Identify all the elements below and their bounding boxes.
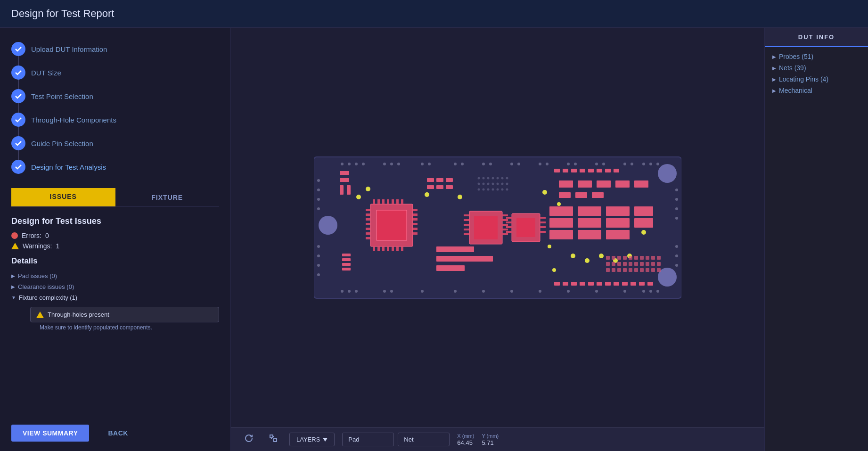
svg-point-126 xyxy=(641,230,646,235)
svg-rect-195 xyxy=(640,256,644,260)
svg-point-177 xyxy=(487,183,490,185)
svg-point-12 xyxy=(428,163,431,165)
sidebar: Upload DUT Information DUT Size Test Poi… xyxy=(0,28,231,451)
tab-fixture[interactable]: FIXTURE xyxy=(115,188,220,206)
svg-point-52 xyxy=(317,264,320,267)
layers-button[interactable]: LAYERS xyxy=(289,433,335,446)
back-button[interactable]: BACK xyxy=(97,425,139,442)
dut-tree-nets[interactable]: ▶ Nets (39) xyxy=(772,64,860,72)
svg-rect-221 xyxy=(549,230,573,239)
svg-point-57 xyxy=(675,217,678,220)
steps-list: Upload DUT Information DUT Size Test Poi… xyxy=(11,37,219,179)
svg-rect-80 xyxy=(413,223,418,225)
svg-rect-159 xyxy=(342,258,351,261)
tree-clearance-issues[interactable]: ▶ Clearance issues (0) xyxy=(11,281,219,292)
dut-tree-probes[interactable]: ▶ Probes (51) xyxy=(772,53,860,60)
view-summary-button[interactable]: VIEW SUMMARY xyxy=(11,425,89,442)
svg-rect-160 xyxy=(342,263,351,266)
svg-point-175 xyxy=(478,183,480,185)
svg-rect-78 xyxy=(413,213,418,216)
svg-rect-155 xyxy=(436,246,474,252)
svg-rect-228 xyxy=(634,206,653,216)
svg-rect-161 xyxy=(342,268,351,271)
step-label-dut-size: DUT Size xyxy=(31,69,61,77)
step-circle-through-hole xyxy=(11,113,25,127)
svg-rect-144 xyxy=(631,282,636,286)
svg-point-27 xyxy=(642,163,645,165)
step-dut-size[interactable]: DUT Size xyxy=(11,61,219,84)
svg-rect-151 xyxy=(634,180,648,188)
svg-point-185 xyxy=(492,189,494,191)
svg-point-169 xyxy=(483,177,485,180)
svg-rect-140 xyxy=(597,282,602,286)
svg-rect-67 xyxy=(366,228,370,230)
svg-rect-207 xyxy=(651,262,655,266)
svg-point-170 xyxy=(487,177,490,180)
svg-rect-210 xyxy=(612,268,615,272)
svg-rect-229 xyxy=(634,218,653,228)
svg-rect-219 xyxy=(549,206,573,216)
svg-rect-112 xyxy=(340,171,349,175)
fixture-warning-text: Through-holes present xyxy=(48,311,109,318)
svg-point-38 xyxy=(510,290,513,293)
tabs-row: ISSUES FIXTURE xyxy=(11,188,219,207)
svg-rect-74 xyxy=(392,199,394,204)
step-upload-dut[interactable]: Upload DUT Information xyxy=(11,37,219,61)
svg-rect-129 xyxy=(571,169,577,172)
reset-view-button[interactable] xyxy=(240,432,257,447)
errors-label: Errors: xyxy=(22,232,41,239)
tree-fixture-complexity[interactable]: ▼ Fixture complexity (1) xyxy=(11,292,219,303)
tab-issues[interactable]: ISSUES xyxy=(11,188,115,206)
svg-point-5 xyxy=(348,163,351,165)
svg-point-232 xyxy=(552,268,556,272)
svg-point-231 xyxy=(548,245,551,248)
page-header: Design for Test Report xyxy=(0,0,868,28)
step-through-hole[interactable]: Through-Hole Components xyxy=(11,108,219,131)
svg-rect-95 xyxy=(464,229,469,230)
net-value: Net xyxy=(404,436,413,443)
dut-tree-locating-pins[interactable]: ▶ Locating Pins (4) xyxy=(772,75,860,83)
svg-rect-218 xyxy=(657,268,661,272)
svg-rect-97 xyxy=(502,214,508,216)
svg-point-15 xyxy=(482,163,485,165)
svg-rect-202 xyxy=(623,262,627,266)
bottom-toolbar: LAYERS Pad Net X (mm) 64.45 Y (mm) 5.71 xyxy=(231,427,764,451)
svg-rect-234 xyxy=(274,439,277,442)
svg-point-13 xyxy=(454,163,457,165)
dut-label-mechanical: Mechanical xyxy=(779,87,812,94)
svg-rect-106 xyxy=(506,226,512,228)
svg-rect-204 xyxy=(634,262,638,266)
step-circle-dft-analysis xyxy=(11,160,25,174)
step-guide-pin[interactable]: Guide Pin Selection xyxy=(11,131,219,155)
canvas-area: LAYERS Pad Net X (mm) 64.45 Y (mm) 5.71 xyxy=(231,28,764,451)
step-label-upload: Upload DUT Information xyxy=(31,45,107,53)
svg-point-50 xyxy=(317,245,320,248)
svg-rect-94 xyxy=(464,224,469,226)
svg-rect-62 xyxy=(377,210,407,240)
pcb-viewport[interactable] xyxy=(231,28,764,427)
svg-point-116 xyxy=(356,195,361,199)
fixture-warning-icon xyxy=(36,312,44,318)
svg-point-1 xyxy=(319,216,337,235)
y-value: 5.71 xyxy=(482,439,499,446)
svg-rect-77 xyxy=(413,209,418,211)
svg-rect-143 xyxy=(622,282,628,286)
svg-rect-196 xyxy=(646,256,649,260)
tree-pad-issues[interactable]: ▶ Pad issues (0) xyxy=(11,271,219,281)
svg-point-49 xyxy=(317,207,320,210)
pad-field: Pad xyxy=(342,433,394,446)
warnings-label: Warnings: xyxy=(23,242,52,250)
fit-view-button[interactable] xyxy=(265,432,282,447)
step-dft-analysis[interactable]: Design for Test Analysis xyxy=(11,155,219,179)
svg-point-179 xyxy=(497,183,499,185)
dut-tree-mechanical[interactable]: ▶ Mechanical xyxy=(772,87,860,94)
step-test-point[interactable]: Test Point Selection xyxy=(11,84,219,108)
svg-rect-163 xyxy=(436,178,443,182)
svg-point-174 xyxy=(506,177,508,180)
svg-rect-139 xyxy=(588,282,594,286)
errors-count: 0 xyxy=(45,232,49,239)
svg-rect-233 xyxy=(270,435,273,438)
svg-rect-136 xyxy=(563,282,568,286)
svg-point-60 xyxy=(675,264,678,267)
svg-rect-224 xyxy=(578,230,601,239)
